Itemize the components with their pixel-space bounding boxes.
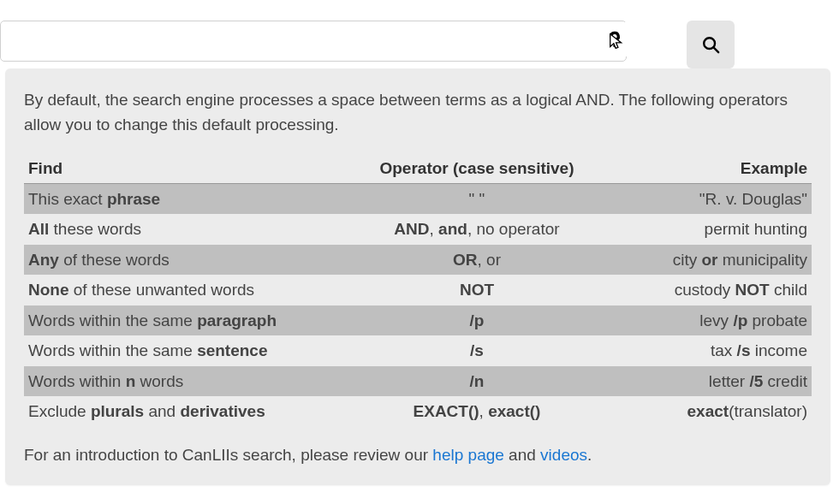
col-operator-header: Operator (case sensitive) <box>363 155 592 184</box>
example-cell: custody NOT child <box>591 275 812 305</box>
footer-middle: and <box>504 446 540 464</box>
operator-cell: /p <box>363 305 592 335</box>
operators-table: Find Operator (case sensitive) Example T… <box>24 155 812 427</box>
search-input[interactable] <box>0 21 627 62</box>
operator-cell: AND, and, no operator <box>363 214 592 244</box>
example-cell: levy /p probate <box>591 305 812 335</box>
table-header-row: Find Operator (case sensitive) Example <box>24 155 812 184</box>
operator-cell: NOT <box>363 275 592 305</box>
example-cell: city or municipality <box>591 245 812 275</box>
operator-cell: OR, or <box>363 245 592 275</box>
table-row: None of these unwanted wordsNOTcustody N… <box>24 275 812 305</box>
find-cell: None of these unwanted words <box>24 275 363 305</box>
operator-cell: EXACT(), exact() <box>363 396 592 426</box>
table-row: Words within n words/nletter /5 credit <box>24 366 812 396</box>
example-cell: "R. v. Douglas" <box>591 183 812 214</box>
col-example-header: Example <box>591 155 812 184</box>
table-body: This exact phrase" ""R. v. Douglas"All t… <box>24 183 812 426</box>
table-row: Any of these wordsOR, orcity or municipa… <box>24 245 812 275</box>
help-page-link[interactable]: help page <box>432 446 503 464</box>
example-cell: exact(translator) <box>591 396 812 426</box>
find-cell: Any of these words <box>24 245 363 275</box>
table-row: Exclude plurals and derivativesEXACT(), … <box>24 396 812 426</box>
svg-point-0 <box>613 44 616 47</box>
table-row: All these wordsAND, and, no operatorperm… <box>24 214 812 244</box>
videos-link[interactable]: videos <box>540 446 587 464</box>
find-cell: All these words <box>24 214 363 244</box>
search-button[interactable] <box>687 21 735 68</box>
table-row: Words within the same sentence/stax /s i… <box>24 335 812 365</box>
example-cell: letter /5 credit <box>591 366 812 396</box>
operator-cell: " " <box>363 183 592 214</box>
example-cell: tax /s income <box>591 335 812 365</box>
table-row: Words within the same paragraph/plevy /p… <box>24 305 812 335</box>
help-icon[interactable] <box>598 22 632 56</box>
intro-text: By default, the search engine processes … <box>24 87 812 138</box>
operator-cell: /s <box>363 335 592 365</box>
find-cell: Words within n words <box>24 366 363 396</box>
find-cell: Words within the same paragraph <box>24 305 363 335</box>
find-cell: Words within the same sentence <box>24 335 363 365</box>
search-help-popover: By default, the search engine processes … <box>5 68 830 485</box>
operator-cell: /n <box>363 366 592 396</box>
find-cell: This exact phrase <box>24 183 363 214</box>
svg-line-2 <box>714 48 719 52</box>
footer-suffix: . <box>587 446 592 464</box>
footer-prefix: For an introduction to CanLIIs search, p… <box>24 446 432 464</box>
find-cell: Exclude plurals and derivatives <box>24 396 363 426</box>
col-find-header: Find <box>24 155 363 184</box>
table-row: This exact phrase" ""R. v. Douglas" <box>24 183 812 214</box>
example-cell: permit hunting <box>591 214 812 244</box>
footer-text: For an introduction to CanLIIs search, p… <box>24 443 812 468</box>
